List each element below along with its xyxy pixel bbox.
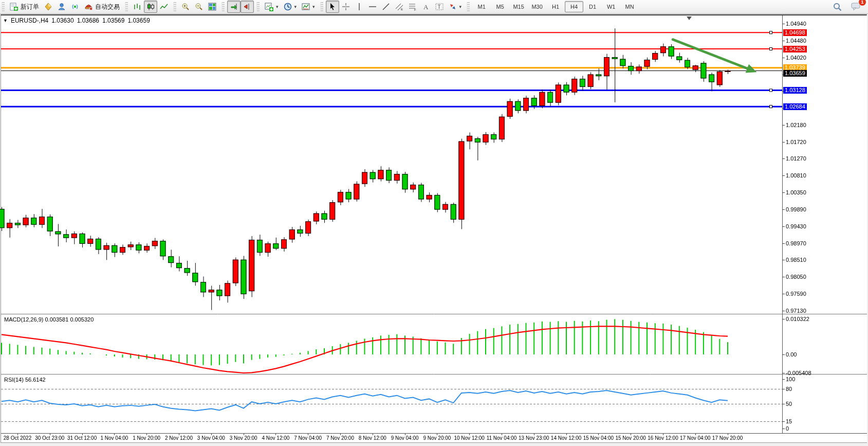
trendline-icon bbox=[382, 3, 390, 11]
button-label: 新订单 bbox=[21, 3, 39, 11]
toolbar-grip bbox=[173, 2, 176, 11]
timeframe-button-m5[interactable]: M5 bbox=[491, 1, 509, 12]
toolbar-group-scroll bbox=[226, 0, 255, 14]
toolbar-right-area: 1 bbox=[830, 1, 868, 13]
line-chart-icon bbox=[160, 3, 168, 11]
dropdown-caret-icon[interactable]: ▾ bbox=[294, 4, 297, 9]
mt4-terminal: 新订单自动交易▾▾▾EFAT▾M1M5M15M30H1H4D1W1MN1 ▼ E… bbox=[0, 0, 868, 446]
chart-shift-icon bbox=[243, 3, 251, 11]
bar-low-value: 1.03569 bbox=[102, 17, 124, 24]
toolbar-grip bbox=[125, 2, 128, 11]
candles-icon bbox=[146, 3, 155, 11]
arrows-icon bbox=[449, 3, 457, 11]
arrows-button[interactable]: ▾ bbox=[446, 1, 465, 13]
bars-icon bbox=[133, 3, 141, 11]
text-label-icon: T bbox=[435, 3, 444, 11]
fibonacci-icon: F bbox=[409, 3, 417, 11]
autotrading-icon bbox=[84, 3, 93, 11]
svg-text:A: A bbox=[423, 3, 429, 11]
horizontal-line-icon bbox=[368, 3, 377, 11]
toolbar-grip bbox=[2, 2, 5, 11]
zoom-out-button[interactable] bbox=[192, 1, 206, 13]
zoom-in-icon bbox=[181, 3, 190, 11]
symbol-dropdown-icon[interactable]: ▼ bbox=[3, 18, 8, 23]
user-icon bbox=[58, 3, 66, 11]
toolbar-group-objects: ▾▾▾ bbox=[261, 0, 319, 14]
new-order-button[interactable]: 新订单 bbox=[7, 1, 42, 13]
trendline-button[interactable] bbox=[379, 1, 393, 13]
templates-icon bbox=[302, 3, 310, 11]
auto-scroll-button[interactable] bbox=[227, 1, 241, 13]
toolbar-grip bbox=[256, 2, 260, 11]
horizontal-line-button[interactable] bbox=[366, 1, 379, 13]
toolbar-group-drawing: EFAT▾ bbox=[325, 0, 466, 14]
autotrading-button[interactable]: 自动交易 bbox=[82, 1, 122, 13]
new-order-icon bbox=[10, 3, 19, 11]
gem-icon bbox=[44, 3, 52, 11]
button-label: 自动交易 bbox=[95, 3, 120, 11]
dropdown-caret-icon[interactable]: ▾ bbox=[459, 4, 462, 9]
bar-open-value: 1.03630 bbox=[51, 17, 73, 24]
gem-button[interactable] bbox=[42, 1, 55, 13]
bar-close-value: 1.03659 bbox=[127, 17, 150, 24]
bar-high-value: 1.03686 bbox=[77, 17, 99, 24]
crosshair-icon bbox=[342, 3, 350, 11]
notifications-chat-button[interactable]: 1 bbox=[848, 1, 863, 13]
zoom-out-icon bbox=[195, 3, 203, 11]
tile-windows-icon bbox=[208, 3, 216, 11]
channel-button[interactable]: E bbox=[393, 1, 406, 13]
timeframe-button-m15[interactable]: M15 bbox=[509, 1, 528, 12]
rsi-indicator-label: RSI(14) 56.6142 bbox=[4, 377, 46, 383]
chart-title-row: ▼ EURUSD-,H4 1.03630 1.03686 1.03569 1.0… bbox=[3, 17, 150, 24]
auto-scroll-icon bbox=[230, 3, 238, 11]
dropdown-caret-icon[interactable]: ▾ bbox=[312, 4, 315, 9]
toolbar-group-chart-type bbox=[130, 0, 172, 14]
text-button[interactable]: A bbox=[419, 1, 433, 13]
timeframe-button-d1[interactable]: D1 bbox=[583, 1, 602, 12]
user-button[interactable] bbox=[55, 1, 68, 13]
chart-symbol-period: EURUSD-,H4 bbox=[11, 17, 48, 24]
zoom-in-button[interactable] bbox=[179, 1, 192, 13]
toolbar-group-trade: 新订单自动交易 bbox=[6, 0, 123, 14]
svg-text:E: E bbox=[401, 8, 403, 11]
search-button[interactable] bbox=[830, 1, 844, 13]
timeframe-button-m30[interactable]: M30 bbox=[528, 1, 546, 12]
macd-indicator-label: MACD(12,26,9) 0.003581 0.005320 bbox=[4, 316, 94, 323]
line-chart-button[interactable] bbox=[157, 1, 171, 13]
tile-windows-button[interactable] bbox=[206, 1, 219, 13]
text-label-button[interactable]: T bbox=[433, 1, 446, 13]
dropdown-caret-icon[interactable]: ▾ bbox=[276, 4, 279, 9]
toolbar-group-timeframes: M1M5M15M30H1H4D1W1MN bbox=[471, 0, 640, 14]
chart-shift-button[interactable] bbox=[241, 1, 254, 13]
timeframe-button-mn[interactable]: MN bbox=[620, 1, 639, 12]
timeframe-button-m1[interactable]: M1 bbox=[472, 1, 491, 12]
text-icon: A bbox=[422, 3, 430, 11]
candles-button[interactable] bbox=[144, 1, 157, 13]
crosshair-button[interactable] bbox=[339, 1, 353, 13]
periods-icon bbox=[284, 3, 292, 11]
vertical-line-button[interactable] bbox=[353, 1, 366, 13]
channel-icon: E bbox=[395, 3, 403, 11]
notification-count-badge: 1 bbox=[858, 0, 866, 6]
vertical-line-icon bbox=[355, 3, 363, 11]
bars-button[interactable] bbox=[131, 1, 144, 13]
svg-text:F: F bbox=[414, 8, 416, 11]
signal-icon bbox=[71, 3, 79, 11]
timeframe-button-h1[interactable]: H1 bbox=[546, 1, 565, 12]
main-toolbar: 新订单自动交易▾▾▾EFAT▾M1M5M15M30H1H4D1W1MN1 bbox=[0, 0, 868, 14]
cursor-button[interactable] bbox=[326, 1, 339, 13]
cursor-icon bbox=[328, 3, 337, 11]
templates-button[interactable]: ▾ bbox=[299, 1, 318, 13]
timeframe-button-w1[interactable]: W1 bbox=[602, 1, 620, 12]
timeframe-button-h4[interactable]: H4 bbox=[565, 1, 583, 12]
fibonacci-button[interactable]: F bbox=[406, 1, 419, 13]
chart-plot-canvas[interactable] bbox=[0, 0, 868, 446]
svg-text:T: T bbox=[437, 4, 440, 10]
toolbar-grip bbox=[320, 2, 323, 11]
toolbar-grip bbox=[467, 2, 470, 11]
signal-button[interactable] bbox=[68, 1, 82, 13]
periods-button[interactable]: ▾ bbox=[281, 1, 300, 13]
new-chart-icon bbox=[265, 3, 273, 11]
new-chart-button[interactable]: ▾ bbox=[262, 1, 281, 13]
toolbar-group-zoom bbox=[178, 0, 220, 14]
